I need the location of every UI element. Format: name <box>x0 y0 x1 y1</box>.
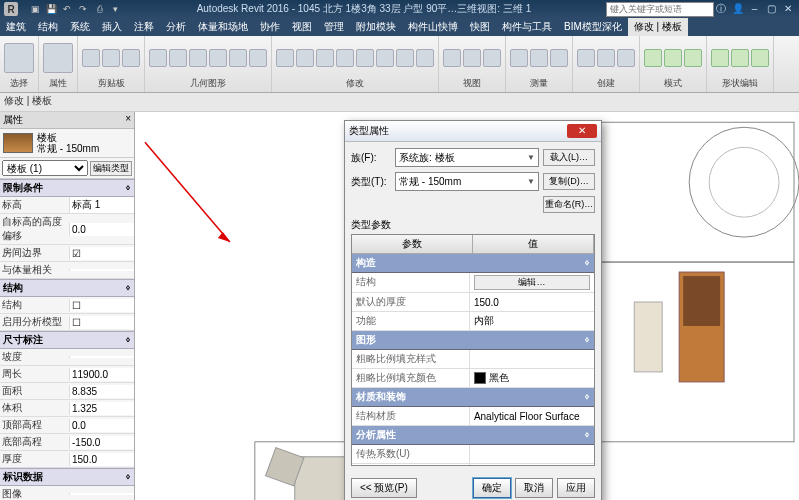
ribbon-tool-icon[interactable] <box>597 49 615 67</box>
property-row[interactable]: 房间边界☑ <box>0 245 134 262</box>
property-value[interactable]: 150.0 <box>69 453 134 466</box>
property-value[interactable]: 0.0 <box>69 223 134 236</box>
property-row[interactable]: 坡度 <box>0 349 134 366</box>
property-row[interactable]: 标高标高 1 <box>0 197 134 214</box>
help-search-input[interactable] <box>606 2 714 17</box>
ribbon-tool-icon[interactable] <box>577 49 595 67</box>
menu-tab[interactable]: 注释 <box>128 18 160 36</box>
menu-tab[interactable]: 体量和场地 <box>192 18 254 36</box>
property-row[interactable]: 底部高程-150.0 <box>0 434 134 451</box>
ribbon-tool-icon[interactable] <box>149 49 167 67</box>
property-value[interactable]: 8.835 <box>69 385 134 398</box>
property-row[interactable]: 周长11900.0 <box>0 366 134 383</box>
qat-print-icon[interactable]: ⎙ <box>92 2 106 16</box>
property-group-header[interactable]: 限制条件⬨ <box>0 179 134 197</box>
edit-type-button[interactable]: 编辑类型 <box>90 161 132 176</box>
property-row[interactable]: 图像 <box>0 486 134 500</box>
menu-tab[interactable]: 建筑 <box>0 18 32 36</box>
dialog-close-icon[interactable]: ✕ <box>567 124 597 138</box>
ribbon-tool-icon[interactable] <box>664 49 682 67</box>
menu-tab[interactable]: 系统 <box>64 18 96 36</box>
qat-redo-icon[interactable]: ↷ <box>76 2 90 16</box>
param-row[interactable]: 默认的厚度150.0 <box>352 293 594 312</box>
ribbon-tool-icon[interactable] <box>316 49 334 67</box>
menu-tab[interactable]: 构件山快博 <box>402 18 464 36</box>
ribbon-tool-icon[interactable] <box>82 49 100 67</box>
load-button[interactable]: 载入(L)… <box>543 149 595 166</box>
property-value[interactable]: ☐ <box>69 316 134 329</box>
menu-tab[interactable]: 插入 <box>96 18 128 36</box>
ribbon-tool-icon[interactable] <box>751 49 769 67</box>
property-row[interactable]: 体积1.325 <box>0 400 134 417</box>
param-group-header[interactable]: 材质和装饰⬨ <box>352 388 594 407</box>
property-row[interactable]: 面积8.835 <box>0 383 134 400</box>
qat-open-icon[interactable]: ▣ <box>28 2 42 16</box>
ribbon-tool-icon[interactable] <box>731 49 749 67</box>
ribbon-tool-icon[interactable] <box>43 43 73 73</box>
param-group-header[interactable]: 构造⬨ <box>352 254 594 273</box>
preview-button[interactable]: << 预览(P) <box>351 478 417 498</box>
property-value[interactable]: 11900.0 <box>69 368 134 381</box>
ribbon-tool-icon[interactable] <box>209 49 227 67</box>
duplicate-button[interactable]: 复制(D)… <box>543 173 595 190</box>
menu-tab[interactable]: 管理 <box>318 18 350 36</box>
qat-undo-icon[interactable]: ↶ <box>60 2 74 16</box>
menu-tab[interactable]: 修改 | 楼板 <box>628 18 688 36</box>
param-row[interactable]: 粗略比例填充颜色黑色 <box>352 369 594 388</box>
close-icon[interactable]: ✕ <box>781 3 795 17</box>
minimize-icon[interactable]: – <box>747 3 761 17</box>
dialog-titlebar[interactable]: 类型属性 ✕ <box>345 121 601 142</box>
menu-tab[interactable]: 附加模块 <box>350 18 402 36</box>
ribbon-tool-icon[interactable] <box>483 49 501 67</box>
ok-button[interactable]: 确定 <box>473 478 511 498</box>
property-group-header[interactable]: 标识数据⬨ <box>0 468 134 486</box>
property-value[interactable]: 1.325 <box>69 402 134 415</box>
ribbon-tool-icon[interactable] <box>644 49 662 67</box>
property-value[interactable] <box>69 269 134 271</box>
param-row[interactable]: 粗略比例填充样式 <box>352 350 594 369</box>
property-value[interactable]: 标高 1 <box>69 197 134 213</box>
property-row[interactable]: 顶部高程0.0 <box>0 417 134 434</box>
param-group-header[interactable]: 分析属性⬨ <box>352 426 594 445</box>
ribbon-tool-icon[interactable] <box>189 49 207 67</box>
param-row[interactable]: 传热系数(U) <box>352 445 594 464</box>
property-value[interactable]: ☑ <box>69 247 134 260</box>
ribbon-tool-icon[interactable] <box>617 49 635 67</box>
property-value[interactable] <box>69 493 134 495</box>
menu-tab[interactable]: 分析 <box>160 18 192 36</box>
property-value[interactable]: -150.0 <box>69 436 134 449</box>
instance-selector[interactable]: 楼板 (1) <box>2 160 88 176</box>
ribbon-tool-icon[interactable] <box>416 49 434 67</box>
ribbon-tool-icon[interactable] <box>336 49 354 67</box>
ribbon-tool-icon[interactable] <box>550 49 568 67</box>
edit-cell-button[interactable]: 编辑… <box>474 275 590 290</box>
property-row[interactable]: 与体量相关 <box>0 262 134 279</box>
param-row[interactable]: 结构编辑… <box>352 273 594 293</box>
app-logo[interactable]: R <box>4 2 18 16</box>
rename-button[interactable]: 重命名(R)… <box>543 196 595 213</box>
param-row[interactable]: 功能内部 <box>352 312 594 331</box>
cancel-button[interactable]: 取消 <box>515 478 553 498</box>
ribbon-tool-icon[interactable] <box>4 43 34 73</box>
type-selector[interactable]: 楼板 常规 - 150mm <box>0 129 134 158</box>
property-row[interactable]: 结构☐ <box>0 297 134 314</box>
ribbon-tool-icon[interactable] <box>684 49 702 67</box>
property-row[interactable]: 自标高的高度偏移0.0 <box>0 214 134 245</box>
property-row[interactable]: 启用分析模型☐ <box>0 314 134 331</box>
ribbon-tool-icon[interactable] <box>356 49 374 67</box>
menu-tab[interactable]: 结构 <box>32 18 64 36</box>
ribbon-tool-icon[interactable] <box>711 49 729 67</box>
ribbon-tool-icon[interactable] <box>376 49 394 67</box>
param-row[interactable]: 结构材质Analytical Floor Surface <box>352 407 594 426</box>
property-group-header[interactable]: 尺寸标注⬨ <box>0 331 134 349</box>
ribbon-tool-icon[interactable] <box>249 49 267 67</box>
ribbon-tool-icon[interactable] <box>122 49 140 67</box>
qat-more-icon[interactable]: ▾ <box>108 2 122 16</box>
ribbon-tool-icon[interactable] <box>102 49 120 67</box>
menu-tab[interactable]: 快图 <box>464 18 496 36</box>
menu-tab[interactable]: 视图 <box>286 18 318 36</box>
property-value[interactable] <box>69 356 134 358</box>
ribbon-tool-icon[interactable] <box>463 49 481 67</box>
properties-close-icon[interactable]: × <box>125 113 131 127</box>
property-row[interactable]: 厚度150.0 <box>0 451 134 468</box>
